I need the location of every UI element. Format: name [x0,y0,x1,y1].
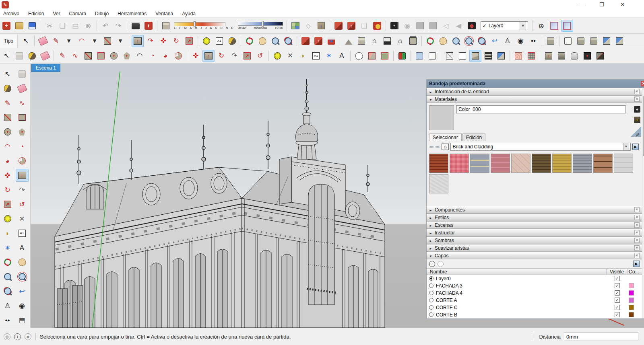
section-plane-display-button[interactable] [548,20,560,32]
visible-checkbox[interactable] [615,298,620,303]
menu-dibujo[interactable]: Dibujo [95,11,109,16]
new-button[interactable]: + [0,20,12,32]
lt-text-button[interactable]: A1 [16,227,29,240]
follow-me-button[interactable]: ↷ [144,35,157,47]
text-3-button[interactable]: A1 [310,50,322,62]
forward-arrow-icon[interactable]: ⇨ [436,144,440,150]
two-point-arc-button[interactable]: ◔ [147,50,159,62]
circle-button[interactable] [108,50,120,62]
flip-edge-button[interactable] [594,50,606,62]
menu-archivo[interactable]: Archivo [3,11,19,16]
open-button[interactable] [13,20,25,32]
add-location-button[interactable]: ↓ [289,20,301,32]
visible-checkbox[interactable] [615,283,620,288]
section-close-button[interactable]: × [634,230,640,235]
follow-me-3-button[interactable]: ↷ [228,50,240,62]
rectangle-3-button[interactable] [82,50,94,62]
line-3-button[interactable]: ✎ [56,50,68,62]
axes-button[interactable]: ✶ [323,50,335,62]
cut-button[interactable]: ✂ [43,20,56,32]
tray-close-button[interactable]: ✕ [641,81,644,86]
layer-radio[interactable] [429,305,433,310]
lt-two-point-arc-button[interactable]: ◔ [16,140,29,153]
tape-measure-button[interactable] [200,35,213,47]
material-name-input[interactable] [456,105,625,113]
style-hidden-line-button[interactable] [456,50,469,62]
layer-radio[interactable] [429,312,433,317]
lt-previous-view-button[interactable]: ↩ [16,285,29,298]
style-shaded-2-button[interactable] [601,35,613,47]
lt-paint-button[interactable] [1,82,14,95]
menu-ver[interactable]: Ver [53,11,60,16]
from-scratch-button[interactable] [525,50,537,62]
frustum-faces-button[interactable]: ◀ [453,20,465,32]
layer-radio[interactable] [429,283,433,288]
scale-3-button[interactable]: ↗ [241,50,253,62]
reset-camera-button[interactable]: ⊗ [466,20,478,32]
paint-button[interactable] [226,35,238,47]
lt-push-pull-button[interactable]: ↑ [16,169,29,182]
offset-button[interactable]: ↺ [254,50,266,62]
shadow-date-slider[interactable]: E F M A M J J A S O N D [174,22,235,29]
protractor-button[interactable]: ◗ [297,50,309,62]
view-top-button[interactable]: ⌂ [394,35,406,47]
select-3-button[interactable]: ↖ [0,50,12,62]
details-arrow-icon[interactable]: ▶ [632,144,639,150]
lt-walk-button[interactable]: •• [1,314,14,327]
paint-3-button[interactable] [26,50,38,62]
add-layer-button[interactable]: + [429,261,435,267]
section-cut-display-button[interactable] [561,20,573,32]
style-xray-2-button[interactable] [562,35,574,47]
pan-button[interactable] [256,35,268,47]
material-grey-brick[interactable] [573,154,592,173]
layer-row[interactable]: CORTE C [427,304,642,311]
arc-3-button[interactable]: ◠ [134,50,146,62]
push-pull-3-button[interactable]: ↑ [202,50,215,62]
tab-seleccionar[interactable]: Seleccionar [429,133,462,141]
eraser-3-button[interactable] [39,50,51,62]
text-button[interactable]: A1 [213,35,225,47]
lt-freehand-button[interactable]: ∿ [16,97,29,109]
layer-color-swatch[interactable] [629,312,634,317]
style-shaded-textures-button[interactable] [482,50,494,62]
section-box-button[interactable] [379,50,391,62]
layer-radio[interactable] [429,298,433,302]
geolocation-icon[interactable]: ◍ [4,333,10,340]
smoove-button[interactable]: ↕ [543,50,555,62]
lt-circle-button[interactable] [1,125,14,138]
lt-polygon-button[interactable] [16,125,29,138]
material-dark-brown-brick[interactable] [532,154,551,173]
zoom-window-button[interactable] [463,35,475,47]
style-wireframe-button[interactable] [444,50,456,62]
zoom-extents-2-button[interactable] [476,35,488,47]
layer-color-swatch[interactable] [629,283,634,288]
layer-radio[interactable] [429,291,433,295]
visible-checkbox[interactable] [615,276,620,281]
view-iso-button[interactable] [343,35,355,47]
material-light-cobblestone[interactable] [511,154,530,173]
home-icon[interactable]: ⌂ [442,144,449,150]
material-grey-stone-block[interactable] [470,154,489,173]
lt-rotated-rectangle-button[interactable] [16,111,29,124]
camera-dolly-button[interactable] [427,20,439,32]
layer-row[interactable]: Layer0 [427,275,642,282]
style-textured-2-button[interactable] [613,35,625,47]
extension-warehouse-button[interactable] [371,20,383,32]
column-visible[interactable]: Visible [607,269,627,275]
layer-color-swatch[interactable] [629,290,634,296]
share-model-2-button[interactable]: ↑ [312,35,324,47]
tab-edicion[interactable]: Edición [462,133,485,141]
lt-axes-button[interactable]: ✶ [1,241,14,254]
get-models-2-button[interactable] [299,35,312,47]
look-at-camera-button[interactable]: ◉ [401,20,413,32]
orbit-button[interactable] [244,35,256,47]
material-red-brick[interactable] [429,154,448,173]
share-component-button[interactable]: ❏ [358,20,370,32]
visible-checkbox[interactable] [615,312,620,317]
lt-position-camera-button[interactable]: ♙ [1,299,14,312]
shadow-time-slider[interactable]: 06:42 Mediodía 19:10 [238,22,283,30]
walk-button[interactable]: •• [527,35,539,47]
rotate-button[interactable]: ↻ [170,35,182,47]
help-icon[interactable]: i [14,333,21,340]
column-nombre[interactable]: Nombre [427,269,607,275]
